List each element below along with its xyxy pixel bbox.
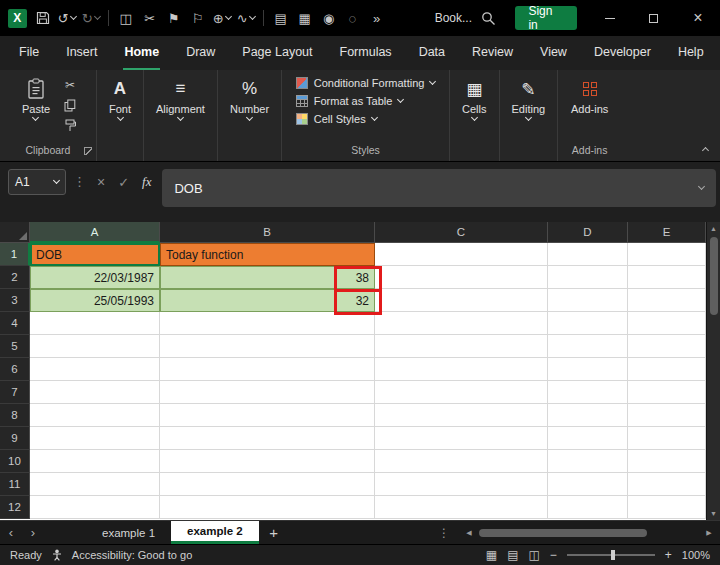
font-button[interactable]: A Font xyxy=(104,75,136,120)
cell-E8[interactable] xyxy=(628,404,706,427)
cell-E1[interactable] xyxy=(628,243,706,266)
cells-button[interactable]: ▦ Cells xyxy=(457,75,491,120)
cell-A10[interactable] xyxy=(30,450,160,473)
cell-B1[interactable]: Today function xyxy=(160,243,375,266)
cell-C5[interactable] xyxy=(375,335,548,358)
draw-tool-button[interactable]: ∿ xyxy=(234,4,258,32)
conditional-formatting-button[interactable]: Conditional Formatting xyxy=(296,77,436,89)
cell-A8[interactable] xyxy=(30,404,160,427)
cell-D10[interactable] xyxy=(548,450,628,473)
zoom-out-button[interactable]: − xyxy=(550,548,557,562)
cut-button[interactable]: ✂ xyxy=(61,77,79,93)
cell-D2[interactable] xyxy=(548,266,628,289)
page-break-view-icon[interactable]: ◫ xyxy=(528,548,539,562)
grid-tool-button[interactable]: ▦ xyxy=(293,4,317,32)
tab-data[interactable]: Data xyxy=(418,36,446,70)
cell-B8[interactable] xyxy=(160,404,375,427)
qat-overflow-button[interactable]: » xyxy=(365,4,389,32)
cell-A6[interactable] xyxy=(30,358,160,381)
cell-B2[interactable]: 38 xyxy=(160,266,375,289)
cell-C6[interactable] xyxy=(375,358,548,381)
tab-formulas[interactable]: Formulas xyxy=(339,36,393,70)
normal-view-icon[interactable]: ▦ xyxy=(486,548,497,562)
cell-B10[interactable] xyxy=(160,450,375,473)
cell-D9[interactable] xyxy=(548,427,628,450)
cell-B3[interactable]: 32 xyxy=(160,289,375,312)
add-sheet-button[interactable]: + xyxy=(259,521,289,544)
cell-C7[interactable] xyxy=(375,381,548,404)
sheet-nav-prev-icon[interactable]: ‹ xyxy=(0,521,22,544)
cell-D12[interactable] xyxy=(548,496,628,519)
cut-qat-button[interactable]: ✂ xyxy=(138,4,162,32)
scroll-left-icon[interactable]: ◀ xyxy=(462,529,476,537)
row-header-2[interactable]: 2 xyxy=(0,266,30,289)
insert-function-button[interactable]: fx xyxy=(142,174,151,190)
cell-A12[interactable] xyxy=(30,496,160,519)
zoom-slider[interactable] xyxy=(567,554,655,556)
column-header-B[interactable]: B xyxy=(160,222,375,243)
cell-D8[interactable] xyxy=(548,404,628,427)
cell-D1[interactable] xyxy=(548,243,628,266)
vertical-scroll-thumb[interactable] xyxy=(710,237,718,315)
cell-E12[interactable] xyxy=(628,496,706,519)
cell-A7[interactable] xyxy=(30,381,160,404)
addins-button[interactable]: Add-ins xyxy=(566,75,613,115)
cell-B4[interactable] xyxy=(160,312,375,335)
cell-A11[interactable] xyxy=(30,473,160,496)
sheet-tab-example-1[interactable]: example 1 xyxy=(86,521,171,544)
save-icon[interactable] xyxy=(31,4,55,32)
cell-B9[interactable] xyxy=(160,427,375,450)
close-button[interactable]: × xyxy=(676,0,720,36)
cell-C3[interactable] xyxy=(375,289,548,312)
cell-D5[interactable] xyxy=(548,335,628,358)
tab-review[interactable]: Review xyxy=(471,36,514,70)
tab-draw[interactable]: Draw xyxy=(185,36,216,70)
zoom-in-button[interactable]: + xyxy=(665,548,672,562)
cell-B6[interactable] xyxy=(160,358,375,381)
scroll-up-icon[interactable]: ▲ xyxy=(710,222,717,235)
cell-E5[interactable] xyxy=(628,335,706,358)
horizontal-scroll-track[interactable] xyxy=(479,527,699,539)
search-button[interactable] xyxy=(472,0,505,36)
name-box[interactable]: A1 xyxy=(8,169,66,195)
cell-C8[interactable] xyxy=(375,404,548,427)
flag-outline-button[interactable]: ⚐ xyxy=(186,4,210,32)
row-header-8[interactable]: 8 xyxy=(0,404,30,427)
cell-C2[interactable] xyxy=(375,266,548,289)
column-header-A[interactable]: A xyxy=(30,222,160,243)
document-button[interactable]: ▤ xyxy=(269,4,293,32)
copy-button[interactable] xyxy=(61,97,79,113)
cell-C1[interactable] xyxy=(375,243,548,266)
cell-D3[interactable] xyxy=(548,289,628,312)
paste-button[interactable]: Paste xyxy=(17,75,55,120)
cell-D11[interactable] xyxy=(548,473,628,496)
row-header-10[interactable]: 10 xyxy=(0,450,30,473)
cell-C10[interactable] xyxy=(375,450,548,473)
cell-D6[interactable] xyxy=(548,358,628,381)
tab-home[interactable]: Home xyxy=(123,36,160,70)
row-header-3[interactable]: 3 xyxy=(0,289,30,312)
select-all-corner[interactable] xyxy=(0,222,30,243)
touch-mode-button[interactable]: ◌ xyxy=(341,4,365,32)
cell-C9[interactable] xyxy=(375,427,548,450)
cell-C4[interactable] xyxy=(375,312,548,335)
row-header-7[interactable]: 7 xyxy=(0,381,30,404)
cell-A3[interactable]: 25/05/1993 xyxy=(30,289,160,312)
cell-styles-button[interactable]: Cell Styles xyxy=(296,113,377,125)
maximize-button[interactable] xyxy=(632,0,676,36)
sheet-nav-next-icon[interactable]: › xyxy=(22,521,44,544)
tab-view[interactable]: View xyxy=(539,36,568,70)
row-header-6[interactable]: 6 xyxy=(0,358,30,381)
tab-page-layout[interactable]: Page Layout xyxy=(241,36,313,70)
cell-B5[interactable] xyxy=(160,335,375,358)
cell-D7[interactable] xyxy=(548,381,628,404)
undo-button[interactable]: ↺ xyxy=(55,4,79,32)
cell-A4[interactable] xyxy=(30,312,160,335)
cell-E4[interactable] xyxy=(628,312,706,335)
flag-button[interactable]: ⚑ xyxy=(162,4,186,32)
tab-file[interactable]: File xyxy=(18,36,40,70)
format-as-table-button[interactable]: Format as Table xyxy=(296,95,404,107)
row-header-12[interactable]: 12 xyxy=(0,496,30,519)
formula-input[interactable]: DOB xyxy=(162,169,716,207)
column-header-C[interactable]: C xyxy=(375,222,548,243)
